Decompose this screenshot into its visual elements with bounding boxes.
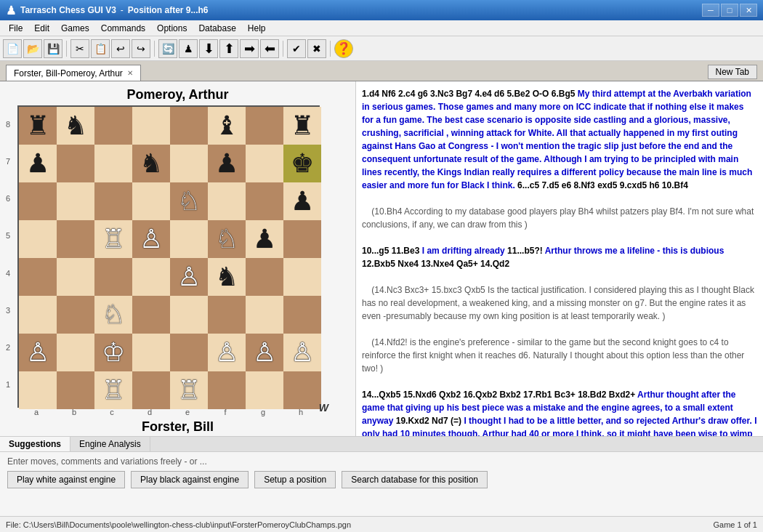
square-b6[interactable] [57, 182, 94, 220]
square-e2[interactable] [170, 334, 208, 371]
notation-scroll[interactable]: 1.d4 Nf6 2.c4 g6 3.Nc3 Bg7 4.e4 d6 5.Be2… [356, 81, 763, 436]
play-white-button[interactable]: Play white against engine [7, 471, 125, 488]
redo-button[interactable]: ↪ [132, 39, 150, 58]
up-button[interactable]: ⬆ [219, 39, 238, 58]
square-c8[interactable] [94, 107, 132, 145]
square-h8[interactable] [283, 107, 321, 145]
tab-engine-analysis[interactable]: Engine Analysis [70, 437, 150, 451]
square-d2[interactable] [132, 334, 170, 371]
square-e6[interactable] [170, 182, 208, 220]
square-c7[interactable] [94, 145, 132, 182]
check-button[interactable]: ✔ [287, 39, 306, 58]
menu-file[interactable]: File [3, 22, 28, 35]
menu-commands[interactable]: Commands [95, 22, 151, 35]
square-b2[interactable] [57, 334, 94, 371]
square-f4[interactable] [208, 258, 246, 296]
square-g4[interactable] [246, 258, 283, 296]
square-b7[interactable] [57, 145, 94, 182]
maximize-button[interactable]: □ [721, 4, 738, 17]
square-b4[interactable] [57, 258, 94, 296]
square-f6[interactable] [208, 182, 246, 220]
new-button[interactable]: 📄 [3, 39, 22, 58]
square-d6[interactable] [132, 182, 170, 220]
square-h1[interactable] [283, 371, 321, 409]
square-e7[interactable] [170, 145, 208, 182]
square-h6[interactable] [283, 182, 321, 220]
square-g3[interactable] [246, 296, 283, 334]
square-a1[interactable] [19, 371, 57, 409]
square-c5[interactable] [94, 220, 132, 258]
square-c2[interactable] [94, 334, 132, 371]
new-tab-button[interactable]: New Tab [708, 65, 757, 79]
square-f7[interactable] [208, 145, 246, 182]
help-button[interactable]: ❓ [334, 39, 353, 58]
back-button[interactable]: ⬅ [260, 39, 279, 58]
square-b8[interactable] [57, 107, 94, 145]
minimize-button[interactable]: ─ [702, 4, 719, 17]
square-d5[interactable] [132, 220, 170, 258]
square-h3[interactable] [283, 296, 321, 334]
down-button[interactable]: ⬇ [199, 39, 218, 58]
square-a2[interactable] [19, 334, 57, 371]
square-g6[interactable] [246, 182, 283, 220]
square-c4[interactable] [94, 258, 132, 296]
forward-button[interactable]: ➡ [240, 39, 259, 58]
square-e3[interactable] [170, 296, 208, 334]
square-c1[interactable] [94, 371, 132, 409]
square-a8[interactable] [19, 107, 57, 145]
copy-button[interactable]: 📋 [91, 39, 110, 58]
square-b3[interactable] [57, 296, 94, 334]
play-black-button[interactable]: Play black against engine [131, 471, 249, 488]
square-e4[interactable] [170, 258, 208, 296]
square-f3[interactable] [208, 296, 246, 334]
square-f2[interactable] [208, 334, 246, 371]
square-e5[interactable] [170, 220, 208, 258]
menu-database[interactable]: Database [193, 22, 241, 35]
tab-close-button[interactable]: ✕ [127, 69, 133, 77]
square-e8[interactable] [170, 107, 208, 145]
menu-help[interactable]: Help [242, 22, 272, 35]
square-g2[interactable] [246, 334, 283, 371]
save-button[interactable]: 💾 [44, 39, 62, 58]
search-database-button[interactable]: Search database for this position [342, 471, 488, 488]
game-tab[interactable]: Forster, Bill-Pomeroy, Arthur ✕ [6, 65, 141, 81]
square-a4[interactable] [19, 258, 57, 296]
square-g5[interactable] [246, 220, 283, 258]
square-d1[interactable] [132, 371, 170, 409]
square-f1[interactable] [208, 371, 246, 409]
square-a6[interactable] [19, 182, 57, 220]
setup-position-button[interactable]: Setup a position [254, 471, 336, 488]
square-a7[interactable] [19, 145, 57, 182]
close-button[interactable]: ✕ [740, 4, 757, 17]
open-button[interactable]: 📂 [23, 39, 42, 58]
square-d8[interactable] [132, 107, 170, 145]
square-c3[interactable] [94, 296, 132, 334]
chessboard[interactable] [17, 105, 320, 408]
square-d3[interactable] [132, 296, 170, 334]
undo-button[interactable]: ↩ [111, 39, 130, 58]
square-d4[interactable] [132, 258, 170, 296]
square-h2[interactable] [283, 334, 321, 371]
refresh-button[interactable]: 🔄 [158, 39, 177, 58]
square-a3[interactable] [19, 296, 57, 334]
square-g8[interactable] [246, 107, 283, 145]
square-f8[interactable] [208, 107, 246, 145]
square-c6[interactable] [94, 182, 132, 220]
square-a5[interactable] [19, 220, 57, 258]
menu-games[interactable]: Games [55, 22, 95, 35]
square-b1[interactable] [57, 371, 94, 409]
square-h5[interactable] [283, 220, 321, 258]
square-h7[interactable] [283, 145, 321, 182]
tab-suggestions[interactable]: Suggestions [0, 437, 70, 451]
square-g1[interactable] [246, 371, 283, 409]
menu-options[interactable]: Options [151, 22, 193, 35]
x-button[interactable]: ✖ [307, 39, 326, 58]
menu-edit[interactable]: Edit [28, 22, 55, 35]
square-g7[interactable] [246, 145, 283, 182]
square-f5[interactable] [208, 220, 246, 258]
square-e1[interactable] [170, 371, 208, 409]
piece-button[interactable]: ♟ [179, 39, 198, 58]
square-h4[interactable] [283, 258, 321, 296]
square-b5[interactable] [57, 220, 94, 258]
square-d7[interactable] [132, 145, 170, 182]
